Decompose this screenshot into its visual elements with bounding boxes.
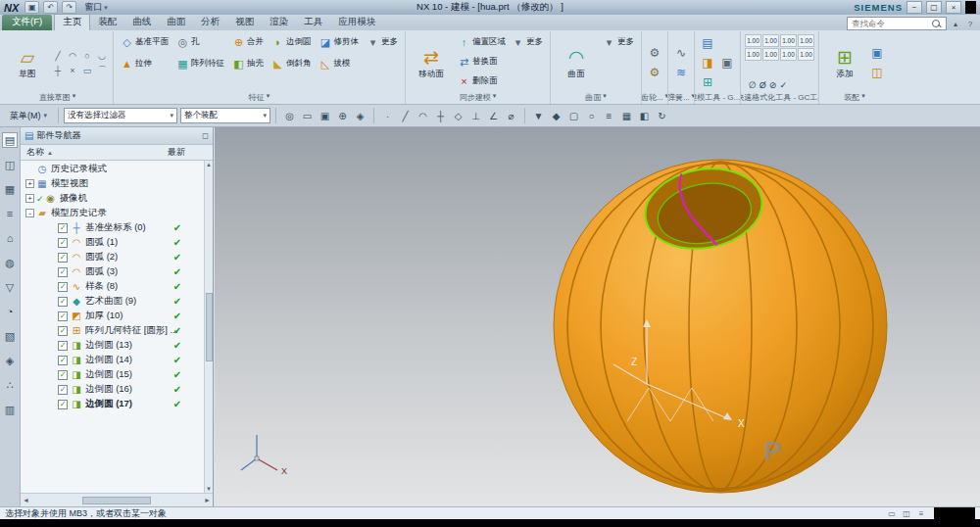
ribbon-button[interactable]: ▲ 拉伸 [118, 54, 172, 73]
scroll-down-icon[interactable]: ▼ [206, 486, 212, 492]
ribbon-tab[interactable]: 曲面 [159, 15, 193, 30]
snap-point-icon[interactable]: ∠ [485, 108, 502, 124]
suppress-checkbox[interactable]: ✓ [58, 341, 68, 351]
group-label-sync[interactable]: 同步建模 ▾ [406, 92, 550, 103]
snap-point-icon[interactable]: ⊥ [467, 108, 484, 124]
tree-row[interactable]: - ✓ ✓ ▰ 模型历史记录 [21, 206, 213, 220]
ribbon-button[interactable]: × 删除面 [455, 72, 509, 91]
restore-button[interactable]: ▢ [926, 1, 942, 14]
expander-icon[interactable] [47, 282, 56, 291]
redo-icon[interactable]: ↷ [62, 1, 76, 14]
viewport-canvas[interactable]: Z X X P [215, 127, 980, 506]
minimize-ribbon-icon[interactable]: ▴ [950, 18, 961, 29]
group-label-feature[interactable]: 特征 ▾ [114, 92, 405, 103]
dim-format-icon[interactable]: 1.00 [745, 34, 761, 47]
search-field[interactable] [847, 17, 947, 30]
scrollbar-thumb[interactable] [206, 293, 213, 361]
ribbon-tab[interactable]: 装配 [90, 15, 124, 30]
scroll-right-icon[interactable]: ► [204, 497, 211, 503]
menu-button[interactable]: 菜单(M) ▾ [4, 108, 53, 124]
ribbon-button[interactable]: ⇄ 替换面 [455, 52, 509, 72]
ribbon-button[interactable]: ▾ 更多 [509, 32, 546, 52]
tree-row[interactable]: ✓ ✓ ◨ 边倒圆 (14) ✔ [21, 353, 213, 367]
diameter-symbol-icon[interactable]: ⊘ [769, 80, 777, 90]
gc-tool-icon[interactable]: ⊞ [699, 73, 716, 91]
assembly-tool-icon[interactable]: ◫ [868, 64, 886, 81]
tree-row[interactable]: ✓ ✓ ◨ 边倒圆 (16) ✔ [21, 382, 213, 397]
ribbon-button[interactable]: ⊕ 合并 [229, 32, 267, 52]
suppress-checkbox[interactable]: ✓ [58, 370, 68, 380]
suppress-checkbox[interactable]: ✓ [58, 356, 68, 365]
curve-tool-icon[interactable]: ╱ [51, 49, 65, 63]
ribbon-button[interactable]: ↑ 偏置区域 [455, 32, 509, 52]
ribbon-button[interactable]: ◪ 修剪体 [317, 32, 363, 52]
dim-format-icon[interactable]: 1.00 [798, 34, 814, 47]
spring-tool-icon[interactable]: ≋ [672, 64, 690, 81]
minimize-button[interactable]: − [906, 1, 922, 14]
column-header-name[interactable]: 名称 ▲ [21, 146, 168, 159]
search-input[interactable] [850, 18, 932, 29]
column-header-latest[interactable]: 最新 [168, 146, 213, 159]
tree-row[interactable]: ✓ ✓ ⊞ 阵列几何特征 [圆形] ... ✔ [21, 323, 213, 338]
ribbon-button[interactable]: ◗ 边倒圆 [269, 32, 315, 52]
suppress-checkbox[interactable]: ✓ [58, 311, 68, 321]
ribbon-tab[interactable]: 渲染 [262, 15, 296, 30]
view-tool-icon[interactable]: ≡ [601, 108, 617, 124]
status-tool-icon[interactable]: ≡ [915, 508, 927, 519]
resource-bar-icon[interactable]: ◍ [2, 255, 18, 270]
tree-row[interactable]: ✓ ✓ ┼ 基准坐标系 (0) ✔ [21, 220, 213, 235]
resource-bar-icon[interactable]: ≡ [2, 206, 18, 221]
expander-icon[interactable] [47, 267, 56, 276]
tree-row[interactable]: ✓ ✓ ◨ 边倒圆 (13) ✔ [21, 338, 213, 353]
sketch-button[interactable]: ▱ 草图 [6, 32, 49, 93]
selection-filter-dropdown[interactable]: 没有选择过滤器 ▾ [64, 108, 177, 123]
graphics-window[interactable]: Z X X P [215, 127, 980, 506]
spring-tool-icon[interactable]: ∿ [672, 44, 690, 62]
ribbon-button[interactable]: ◣ 倒斜角 [269, 54, 315, 73]
suppress-checkbox[interactable]: ✓ [58, 282, 68, 292]
selection-scope-dropdown[interactable]: 整个装配 ▾ [180, 108, 270, 123]
resource-bar-icon[interactable]: ▽ [2, 279, 18, 295]
ribbon-button[interactable]: ◧ 抽壳 [229, 54, 267, 73]
view-tool-icon[interactable]: ◧ [636, 108, 653, 124]
selection-tool-icon[interactable]: ▭ [299, 108, 316, 124]
gear-tool-icon[interactable]: ⚙ [646, 64, 663, 81]
expander-icon[interactable]: + [25, 194, 34, 203]
scrollbar-thumb[interactable] [82, 497, 151, 504]
resource-bar-icon[interactable]: ∴ [2, 377, 18, 393]
resource-bar-icon[interactable]: ◈ [2, 353, 18, 368]
ribbon-button[interactable]: ▾ 更多 [600, 32, 637, 52]
ribbon-button[interactable]: ◇ 基准平面 [118, 32, 172, 52]
group-label-spring[interactable]: 弹簧... ▾ [668, 92, 694, 103]
suppress-checkbox[interactable]: ✓ [58, 238, 68, 248]
add-component-button[interactable]: ⊞ 添加 [823, 32, 866, 93]
resource-bar-icon[interactable]: ▧ [2, 328, 18, 344]
tree-row[interactable]: + ✓ ✓ ◉ 摄像机 [21, 191, 213, 206]
snap-point-icon[interactable]: ⌀ [503, 108, 519, 124]
dim-format-icon[interactable]: 1.00 [780, 34, 797, 47]
ribbon-tab[interactable]: 工具 [296, 15, 330, 30]
ribbon-tab[interactable]: 应用模块 [330, 15, 383, 30]
group-label-gear[interactable]: 齿轮... ▾ [642, 92, 667, 103]
suppress-checkbox[interactable]: ✓ [58, 253, 68, 263]
expander-icon[interactable]: - [25, 209, 34, 217]
panel-pin-icon[interactable]: ◻ [202, 131, 209, 140]
tree-row[interactable]: ✓ ✓ ◠ 圆弧 (3) ✔ [21, 264, 213, 279]
group-label-assembly[interactable]: 装配 ▾ [819, 92, 890, 103]
dim-format-icon[interactable]: 1.00 [798, 48, 814, 61]
surface-button[interactable]: ◠ 曲面 [555, 32, 598, 93]
save-icon[interactable]: ▣ [24, 1, 39, 14]
suppress-checkbox[interactable]: ✓ [58, 267, 68, 277]
status-tool-icon[interactable]: ▭ [886, 508, 898, 519]
ribbon-button[interactable]: ◎ 孔 [173, 32, 227, 52]
expander-icon[interactable]: + [25, 179, 34, 188]
selection-tool-icon[interactable]: ◎ [281, 108, 298, 124]
selection-tool-icon[interactable]: ▣ [317, 108, 333, 124]
expander-icon[interactable] [47, 356, 56, 364]
view-tool-icon[interactable]: ▼ [530, 108, 547, 124]
selection-tool-icon[interactable]: ◈ [352, 108, 368, 124]
resource-bar-icon[interactable]: ▦ [2, 181, 18, 197]
group-label-dim-format[interactable]: 尺寸快速格式化工具 - GC工具箱 ▾ [741, 92, 818, 103]
tree-row[interactable]: + ✓ ✓ ▦ 模型视图 [21, 176, 213, 191]
resource-bar-icon[interactable]: ◫ [2, 157, 18, 172]
